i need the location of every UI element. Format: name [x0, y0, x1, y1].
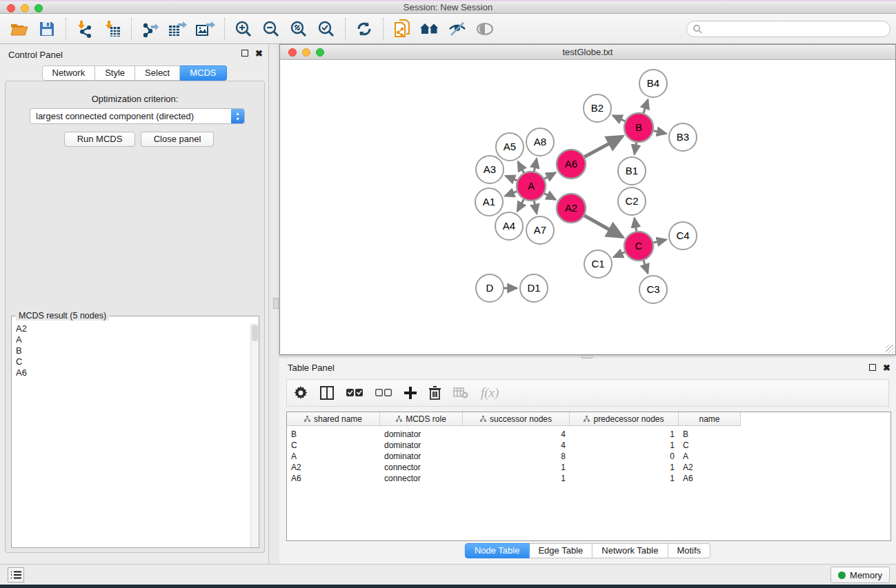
- table-cell[interactable]: A: [679, 451, 741, 462]
- optimization-criterion-select[interactable]: largest connected component (directed) ▲…: [30, 108, 245, 124]
- hide-details-icon[interactable]: [446, 17, 469, 41]
- memory-button[interactable]: Memory: [830, 567, 890, 583]
- deselect-all-icon[interactable]: [375, 383, 392, 403]
- node-A3[interactable]: A3: [476, 156, 504, 183]
- close-window-button[interactable]: [7, 4, 15, 12]
- task-history-button[interactable]: [8, 567, 24, 582]
- network-nodes[interactable]: B4B2BB3A5A8A6B1A3AC2A1A2A4A7CC4C1C3DD1: [475, 70, 697, 303]
- add-column-icon[interactable]: [404, 383, 417, 403]
- column-header-name[interactable]: name: [679, 412, 741, 425]
- table-cell[interactable]: 1: [463, 473, 570, 484]
- table-cell[interactable]: 0: [570, 451, 679, 462]
- home-layout-icon[interactable]: [418, 17, 441, 41]
- zoom-out-icon[interactable]: [259, 17, 283, 41]
- window-controls[interactable]: [7, 4, 43, 12]
- zoom-network-button[interactable]: [316, 48, 324, 57]
- settings-gear-icon[interactable]: [294, 383, 308, 403]
- table-cell[interactable]: B: [679, 429, 741, 440]
- table-cell[interactable]: A: [287, 451, 380, 462]
- node-C3[interactable]: C3: [639, 276, 667, 303]
- node-C2[interactable]: C2: [618, 187, 646, 215]
- export-network-icon[interactable]: [139, 17, 162, 41]
- table-cell[interactable]: B: [287, 429, 380, 440]
- table-cell[interactable]: 1: [570, 429, 679, 440]
- zoom-selected-icon[interactable]: [315, 17, 338, 41]
- table-cell[interactable]: dominator: [380, 429, 463, 440]
- table-cell[interactable]: C: [679, 440, 741, 451]
- table-cell[interactable]: A2: [287, 462, 380, 473]
- node-C4[interactable]: C4: [669, 222, 697, 250]
- table-cell[interactable]: 4: [463, 440, 570, 451]
- table-cell[interactable]: A6: [287, 473, 380, 484]
- node-table[interactable]: shared nameMCDS rolesuccessor nodesprede…: [286, 412, 891, 541]
- table-row[interactable]: Cdominator41C: [287, 440, 741, 451]
- open-file-icon[interactable]: [8, 17, 31, 41]
- result-item[interactable]: C: [12, 356, 250, 367]
- table-cell[interactable]: 1: [570, 473, 679, 484]
- column-manager-icon[interactable]: [320, 383, 334, 403]
- table-cell[interactable]: 4: [463, 429, 570, 440]
- node-A7[interactable]: A7: [526, 216, 554, 244]
- node-B3[interactable]: B3: [669, 123, 697, 151]
- network-canvas[interactable]: B4B2BB3A5A8A6B1A3AC2A1A2A4A7CC4C1C3DD1: [280, 60, 895, 354]
- node-B4[interactable]: B4: [639, 70, 667, 97]
- table-cell[interactable]: 1: [463, 462, 570, 473]
- close-panel-icon[interactable]: ✖: [255, 50, 263, 57]
- float-table-panel-icon[interactable]: [869, 364, 876, 371]
- node-A4[interactable]: A4: [495, 212, 523, 240]
- node-B1[interactable]: B1: [618, 157, 646, 185]
- result-scrollbar[interactable]: [250, 323, 259, 547]
- export-table-icon[interactable]: [166, 17, 190, 41]
- search-field[interactable]: [686, 21, 890, 37]
- tab-select[interactable]: Select: [135, 65, 180, 81]
- minimize-window-button[interactable]: [21, 4, 29, 12]
- node-B[interactable]: B: [624, 113, 653, 142]
- node-D1[interactable]: D1: [520, 274, 548, 302]
- node-A2[interactable]: A2: [557, 194, 586, 223]
- node-D[interactable]: D: [476, 274, 504, 302]
- tab-network-table[interactable]: Network Table: [593, 543, 668, 558]
- table-cell[interactable]: 8: [463, 451, 570, 462]
- column-header-shared-name[interactable]: shared name: [287, 412, 380, 425]
- first-neighbors-icon[interactable]: [390, 17, 414, 41]
- show-details-icon[interactable]: [473, 17, 497, 41]
- select-all-icon[interactable]: [346, 383, 363, 403]
- table-cell[interactable]: dominator: [380, 440, 463, 451]
- table-cell[interactable]: connector: [380, 462, 463, 473]
- node-A[interactable]: A: [517, 172, 546, 201]
- zoom-in-icon[interactable]: [232, 17, 255, 41]
- tab-edge-table[interactable]: Edge Table: [529, 543, 593, 558]
- network-window-controls[interactable]: [288, 48, 324, 57]
- table-row[interactable]: Adominator80A: [287, 451, 741, 462]
- split-divider-handle[interactable]: [273, 298, 279, 309]
- node-A6[interactable]: A6: [557, 150, 586, 179]
- tab-node-table[interactable]: Node Table: [465, 543, 530, 558]
- result-item[interactable]: A6: [12, 367, 250, 378]
- table-row[interactable]: Bdominator41B: [287, 429, 741, 440]
- node-C[interactable]: C: [624, 232, 653, 261]
- result-item[interactable]: B: [12, 345, 250, 356]
- table-cell[interactable]: C: [287, 440, 380, 451]
- import-network-icon[interactable]: [73, 17, 97, 41]
- column-header-MCDS-role[interactable]: MCDS role: [380, 412, 463, 425]
- node-B2[interactable]: B2: [584, 94, 611, 122]
- minimize-network-button[interactable]: [302, 48, 310, 57]
- column-header-predecessor-nodes[interactable]: predecessor nodes: [570, 412, 679, 425]
- table-cell[interactable]: dominator: [380, 451, 463, 462]
- node-table-header[interactable]: shared nameMCDS rolesuccessor nodesprede…: [287, 412, 741, 426]
- node-A1[interactable]: A1: [475, 188, 503, 216]
- delete-table-icon[interactable]: [453, 383, 468, 403]
- save-session-icon[interactable]: [35, 17, 59, 41]
- node-C1[interactable]: C1: [584, 250, 612, 278]
- table-cell[interactable]: A2: [679, 462, 741, 473]
- import-table-icon[interactable]: [101, 17, 124, 41]
- float-panel-icon[interactable]: [241, 50, 248, 57]
- node-A5[interactable]: A5: [496, 133, 524, 161]
- tab-style[interactable]: Style: [95, 65, 135, 81]
- close-panel-button[interactable]: Close panel: [141, 132, 214, 147]
- close-table-panel-icon[interactable]: ✖: [883, 364, 890, 372]
- delete-column-icon[interactable]: [429, 383, 441, 403]
- close-network-button[interactable]: [288, 48, 297, 57]
- tab-mcds[interactable]: MCDS: [180, 65, 226, 81]
- run-mcds-button[interactable]: Run MCDS: [64, 132, 135, 147]
